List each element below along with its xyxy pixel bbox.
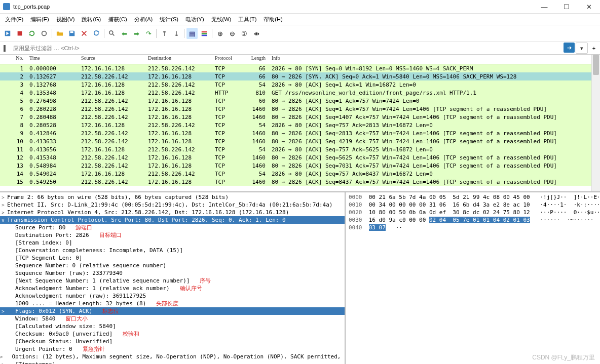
resize-columns-icon[interactable]: ⇹ [251,28,262,39]
window-title: tcp_ports.pcap [13,4,533,10]
hex-row[interactable]: 0010 00 34 00 00 00 00 31 06 16 6b d4 3a… [349,201,597,209]
zoom-reset-icon[interactable]: ① [239,28,250,39]
hex-row[interactable]: 0040 03 07 ·· [349,224,597,231]
svg-rect-6 [202,35,207,36]
close-button[interactable]: ✕ [578,0,600,13]
detail-row[interactable]: [Next Sequence Number: 1 (relative seque… [0,277,345,285]
detail-row[interactable]: >[Timestamps] [0,360,345,364]
colorize-icon[interactable] [199,28,210,39]
detail-row[interactable]: [Conversation completeness: Incomplete, … [0,247,345,254]
detail-row[interactable]: >Internet Protocol Version 4, Src: 212.5… [0,209,345,216]
menu-item[interactable]: 帮助(H) [260,15,285,24]
detail-row[interactable]: vTransmission Control Protocol, Src Port… [0,216,345,224]
separator [104,29,104,38]
packet-row[interactable]: 110.413656172.16.16.128212.58.226.142TCP… [0,145,591,153]
menu-item[interactable]: 文件(F) [2,15,26,24]
detail-row[interactable]: Source Port: 80源端口 [0,224,345,231]
packet-row[interactable]: 60.280228212.58.226.142172.16.16.128TCP1… [0,105,591,113]
packet-details-pane: >Frame 2: 66 bytes on wire (528 bits), 6… [0,192,346,364]
find-icon[interactable] [106,28,118,39]
packet-row[interactable]: 140.549024172.16.16.128212.58.226.142TCP… [0,170,591,178]
menu-item[interactable]: 捕获(C) [105,15,130,24]
packet-row[interactable]: 70.280488212.58.226.142172.16.16.128TCP1… [0,113,591,121]
expand-icon[interactable]: > [0,203,6,208]
packet-row[interactable]: 30.132768172.16.16.128212.58.226.142TCP5… [0,80,591,89]
detail-row[interactable]: Sequence Number: 0 (relative sequence nu… [0,262,345,269]
add-filter-button[interactable]: + [590,43,598,53]
close-file-icon[interactable] [79,28,90,39]
packet-list-header[interactable]: No.TimeSourceDestinationProtocolLengthIn… [0,55,591,64]
detail-row[interactable]: [Checksum Status: Unverified] [0,338,345,345]
go-first-icon[interactable]: ⤒ [159,28,170,39]
expand-icon[interactable]: > [0,309,6,314]
restart-capture-icon[interactable] [26,28,38,39]
detail-row[interactable]: Checksum: 0x9ac0 [unverified]校验和 [0,330,345,338]
detail-row[interactable]: Acknowledgment number (raw): 3691127925 [0,292,345,300]
minimize-button[interactable]: — [533,0,555,13]
display-filter-input[interactable] [11,43,561,53]
menu-item[interactable]: 分析(A) [131,15,156,24]
options-icon[interactable] [39,28,50,39]
menu-item[interactable]: 无线(W) [208,15,235,24]
detail-row[interactable]: >Ethernet II, Src: D-Link_21:99:4c (00:0… [0,201,345,209]
menu-item[interactable]: 电话(Y) [182,15,207,24]
detail-row[interactable]: >Flags: 0x012 (SYN, ACK)标志位 [0,307,345,315]
packet-row[interactable]: 120.415348212.58.226.142172.16.16.128TCP… [0,153,591,161]
expand-icon[interactable]: > [0,210,6,215]
filter-expand-button[interactable]: ▾ [576,43,588,54]
separator [184,29,184,38]
reload-icon[interactable] [91,28,102,39]
scroll-thumb[interactable] [593,55,599,75]
go-back-icon[interactable]: ⬅ [119,28,130,39]
maximize-button[interactable]: ☐ [555,0,578,13]
apply-filter-button[interactable]: ➔ [564,43,575,53]
menu-item[interactable]: 视图(V) [53,15,78,24]
menu-item[interactable]: 工具(T) [235,15,259,24]
separator [52,29,52,38]
open-file-icon[interactable] [54,28,65,39]
svg-rect-4 [202,31,207,33]
expand-icon[interactable]: v [0,218,6,223]
packet-row[interactable]: 80.280528172.16.16.128212.58.226.142TCP5… [0,121,591,129]
titlebar: tcp_ports.pcap — ☐ ✕ [0,0,600,14]
menu-item[interactable]: 统计(S) [157,15,181,24]
detail-row[interactable]: [Calculated window size: 5840] [0,322,345,330]
detail-row[interactable]: 1000 .... = Header Length: 32 bytes (8)头… [0,300,345,307]
go-forward-icon[interactable]: ➡ [131,28,142,39]
go-to-icon[interactable]: ↷ [143,28,154,39]
packet-row[interactable]: 20.132627212.58.226.142172.16.16.128TCP6… [0,72,591,80]
packet-row[interactable]: 40.135348172.16.16.128212.58.226.142HTTP… [0,89,591,97]
packet-row[interactable]: 150.549250212.58.226.142172.16.16.128TCP… [0,178,591,186]
detail-row[interactable]: >Options: (12 bytes), Maximum segment si… [0,353,345,360]
packet-row[interactable]: 100.413633212.58.226.142172.16.16.128TCP… [0,137,591,145]
detail-row[interactable]: Urgent Pointer: 0紧急指针 [0,345,345,353]
scrollbar[interactable] [591,55,600,191]
detail-row[interactable]: [Stream index: 0] [0,239,345,247]
hex-row[interactable]: 0000 00 21 6a 5b 7d 4a 00 05 5d 21 99 4c… [349,193,597,201]
detail-row[interactable]: >Frame 2: 66 bytes on wire (528 bits), 6… [0,193,345,201]
autoscroll-icon[interactable]: ▤ [186,28,198,39]
menu-item[interactable]: 跳转(G) [79,15,104,24]
svg-point-3 [109,31,113,34]
packet-row[interactable]: 10.000000172.16.16.128212.58.226.142TCP6… [0,64,591,72]
hex-row[interactable]: 0020 10 80 00 50 0b 0a 0d ef 30 8c dc 02… [349,209,597,216]
expand-icon[interactable]: > [0,195,6,200]
menu-item[interactable]: 编辑(E) [27,15,52,24]
stop-capture-icon[interactable] [14,28,25,39]
hex-row[interactable]: 0030 16 d0 9a c0 00 00 02 04 05 7e 01 01… [349,216,597,224]
save-file-icon[interactable] [66,28,78,39]
packet-row[interactable]: 130.548984212.58.226.142172.16.16.128TCP… [0,161,591,170]
start-capture-icon[interactable] [2,28,13,39]
packet-row[interactable]: 90.412846212.58.226.142172.16.16.128TCP1… [0,129,591,137]
zoom-out-icon[interactable]: ⊖ [227,28,238,39]
detail-row[interactable]: Window: 5840窗口大小 [0,315,345,322]
bookmark-icon[interactable]: ▌ [2,45,9,52]
expand-icon[interactable]: > [0,362,6,365]
detail-row[interactable]: Sequence Number (raw): 233779340 [0,269,345,277]
packet-row[interactable]: 50.276498212.58.226.142172.16.16.128TCP6… [0,97,591,105]
detail-row[interactable]: [TCP Segment Len: 0] [0,254,345,262]
zoom-in-icon[interactable]: ⊕ [214,28,226,39]
detail-row[interactable]: Acknowledgment Number: 1 (relative ack n… [0,285,345,292]
go-last-icon[interactable]: ⤓ [171,28,182,39]
detail-row[interactable]: Destination Port: 2826目标端口 [0,231,345,239]
